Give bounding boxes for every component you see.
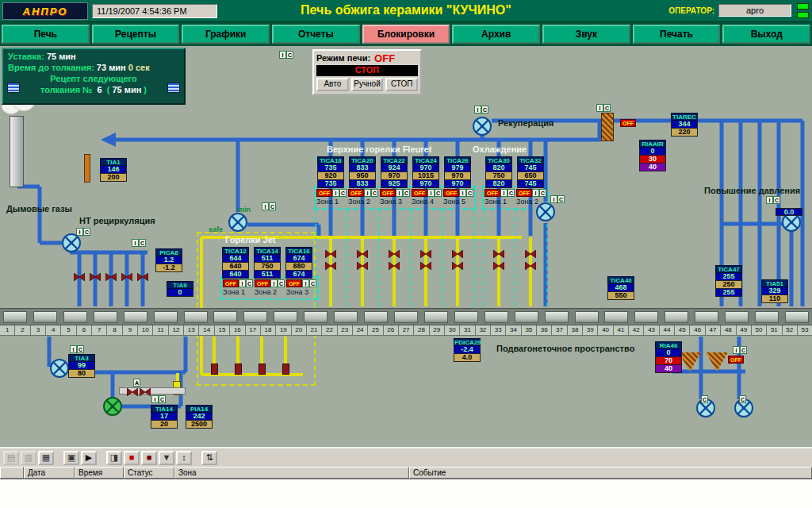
instrument-TICA18[interactable]: TICA18735920735 [317,156,344,188]
instrument-PIA14[interactable]: PIA142422500 [186,405,213,429]
toolbar-save-button[interactable]: ▦ [38,451,54,465]
indicator-group: IC [132,239,146,247]
instrument-TICA22[interactable]: TICA22924970925 [381,156,408,188]
indicator-C: C [269,202,276,210]
instrument-TICA20[interactable]: TICA20833950833 [349,156,376,188]
instrument-value: 200 [100,174,127,182]
mode-state: OFF [374,52,395,64]
instrument-pressure-value[interactable]: 0.0 [776,208,802,216]
zone-status-row: OFFIC [348,189,378,197]
toolbar-alarm-ack-button[interactable]: ■ [141,451,157,465]
valve-icon [140,385,151,393]
recipe-feed-icon [167,83,180,93]
instrument-TICA30[interactable]: TICA30820750820 [485,156,512,188]
instrument-TICA32[interactable]: TICA32745650745 [517,156,544,188]
instrument-value: 511 [254,271,281,279]
instrument-TIA1[interactable]: TIA1146200 [100,158,127,182]
menu-button-reports[interactable]: Отчеты [272,25,360,44]
toolbar-sort-button[interactable]: ⇅ [201,451,217,465]
info-text: Рецепт следующего [50,74,136,83]
instrument-TIA3[interactable]: TIA39980 [68,354,95,378]
burner-icon [235,364,242,375]
indicator-C: C [278,279,285,287]
toolbar-archive-list-button[interactable]: ▥ [21,451,36,465]
valve-icon [90,270,101,278]
instrument-TICA40[interactable]: TICA40468550 [607,276,634,300]
menu-button-print[interactable]: Печать [633,25,721,44]
fan-icon [49,358,70,379]
zone-off-indicator: OFF [516,189,532,197]
indicator-group: A [133,379,140,387]
instrument-value: 0.0 [776,208,802,216]
indicator-I: I [151,395,159,403]
instrument-value: 255 [715,289,742,297]
scada-window: АНПРО 11/19/2007 4:54:36 PM Печь обжига … [0,0,812,508]
zone-label: Зона 1 [316,198,347,206]
valve-icon [493,259,504,267]
toolbar-archive-list-icon: ▥ [25,453,33,462]
zone-status-row: OFFIC [316,189,347,197]
indicator-I: I [500,189,508,197]
menu-button-interlocks[interactable]: Блокировки [362,25,450,44]
instrument-RIA46[interactable]: RIA4607040 [655,341,682,373]
indicator-I: I [459,189,466,197]
indicator-I: I [270,279,278,287]
menu-button-sound[interactable]: Звук [542,25,630,44]
valve-icon [420,247,431,255]
indicator-I: I [70,345,77,353]
instrument-PDICA29[interactable]: PDICA29-2.44.0 [454,338,481,362]
column-header-Зона: Зона [174,467,409,479]
info-text: 0 сек [126,63,150,72]
indicator-C: C [77,345,84,353]
indicator-C: C [435,189,442,197]
toolbar-print-button[interactable]: ▣ [63,451,79,465]
toolbar-autoscroll-button[interactable]: ↕ [176,451,192,465]
toolbar-alarm-hide-button[interactable]: ■ [124,451,140,465]
instrument-TICA16[interactable]: TICA16674880674 [285,247,312,279]
instrument-TICA24[interactable]: TICA249701015970 [412,156,439,188]
toolbar-export-button[interactable]: ▶ [81,451,97,465]
mode-button-manual[interactable]: Ручной [351,78,384,91]
instrument-TICA26[interactable]: TICA26979970970 [444,156,471,188]
push-schedule-lines: Уставка: 75 минВремя до толкания: 73 мин… [3,51,184,95]
instrument-TIA9[interactable]: TIA90 [167,281,193,297]
indicator-group: IC [262,202,276,210]
mode-button-stop[interactable]: СТОП [385,78,418,91]
indicator-group: IC [733,346,747,354]
burner-icon [211,364,218,375]
indicator-I: I [550,195,557,203]
zone-jet-3: OFFICЗона 3 [286,279,316,296]
zone-jet-1: OFFICЗона 1 [223,279,253,296]
instrument-TICA47[interactable]: TICA47255250255 [715,265,742,297]
zone-label: Зона 2 [348,198,378,206]
zone-label: Зона 1 [223,288,253,296]
instrument-TICA12[interactable]: TICA12644640640 [222,247,249,279]
menu-button-archive[interactable]: Архив [452,25,540,44]
info-text: ( [102,85,113,94]
toolbar-message-list-button[interactable]: ▤ [3,451,19,465]
valve-icon [357,259,368,267]
instrument-value: 925 [381,180,408,188]
menu-button-trends[interactable]: Графики [182,25,270,44]
label-recuperation: Рекуперация [498,118,553,128]
indicator-I: I [279,51,286,59]
column-header-Дата: Дата [24,467,75,479]
instrument-TIAREC[interactable]: TIAREC344220 [671,113,698,137]
info-text: толкания № [40,85,98,94]
toolbar-report-button[interactable]: ◨ [106,451,122,465]
mode-button-auto[interactable]: Авто [316,78,349,91]
instrument-TICA14[interactable]: TICA14511750511 [254,247,281,279]
menu-button-furnace[interactable]: Печь [2,25,90,44]
menu-button-exit[interactable]: Выход [722,25,810,44]
menu-button-recipes[interactable]: Рецепты [92,25,180,44]
indicator-I: I [766,196,773,204]
instrument-TIA14[interactable]: TIA141720 [151,405,178,429]
instrument-RIAAIR[interactable]: RIAAIR03040 [639,140,666,171]
instrument-PICA8[interactable]: PICA81.2-1.2 [155,248,182,272]
zone-status-row: OFFIC [412,189,442,197]
instrument-TIA51[interactable]: TIA51329110 [761,279,788,303]
indicator-group: IC [76,228,90,236]
toolbar-export-icon: ▶ [86,453,92,462]
pump-icon [102,396,123,417]
toolbar-filter-button[interactable]: ▼ [159,451,174,465]
